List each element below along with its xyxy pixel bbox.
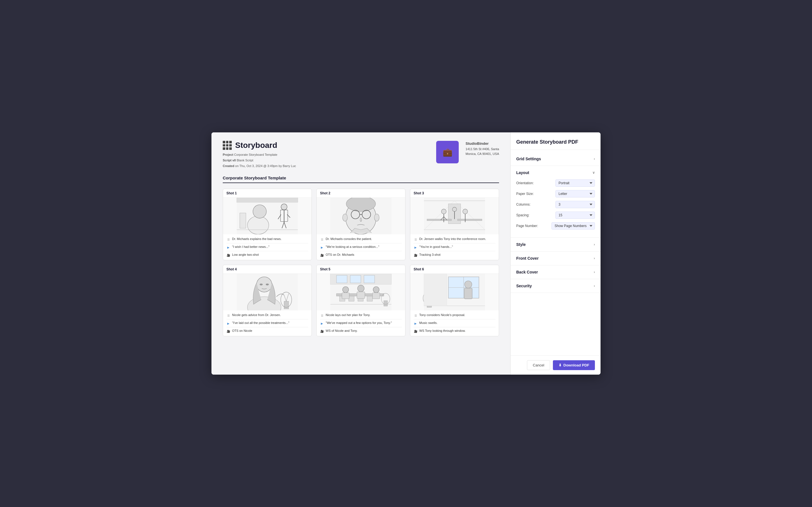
shot-camera-3: 🎥 Tracking 3-shot <box>414 253 495 257</box>
title-block: Storyboard <box>223 141 296 150</box>
shot-desc-4: ☰ Nicole gets advice from Dr. Jensen. <box>226 313 308 320</box>
svg-point-57 <box>343 287 349 293</box>
shot-audio-6: ▶ Music swells. <box>414 321 495 327</box>
svg-point-59 <box>357 285 364 292</box>
shot-image-2 <box>317 198 405 234</box>
columns-select[interactable]: 1 2 3 4 <box>555 201 595 208</box>
shots-grid: Shot 1 <box>223 189 499 336</box>
download-pdf-button[interactable]: ⬇ Download PDF <box>553 360 595 370</box>
layout-body: Orientation: Portrait Landscape Paper Si… <box>511 179 601 237</box>
shot-label-6: Shot 6 <box>410 265 499 274</box>
pagenumber-row: Page Number: Show Page Numbers Hide Page… <box>516 222 595 230</box>
svg-point-19 <box>343 214 347 221</box>
camera-icon-4: 🎥 <box>226 329 231 333</box>
svg-point-35 <box>463 209 467 214</box>
desc-icon-6: ☰ <box>414 314 417 318</box>
shot-desc-1: ☰ Dr. Michaels explains the bad news. <box>226 237 308 243</box>
section-back-cover: Back Cover › <box>511 265 601 279</box>
section-security: Security › <box>511 279 601 293</box>
shot-details-1: ☰ Dr. Michaels explains the bad news. ▶ … <box>223 234 312 260</box>
company-block: 💼 StudioBinder 1411 5th St #406, Santa M… <box>436 141 499 163</box>
shot-card-5: Shot 5 <box>316 265 405 336</box>
section-grid-settings: Grid Settings › <box>511 152 601 166</box>
section-layout: Layout ∨ Orientation: Portrait Landscape… <box>511 166 601 238</box>
spacing-label: Spacing: <box>516 213 529 217</box>
shot-details-2: ☰ Dr. Michaels consoles the patient. ▶ "… <box>317 234 405 260</box>
company-logo: 💼 <box>436 141 459 163</box>
desc-icon-4: ☰ <box>226 314 231 318</box>
svg-rect-42 <box>284 301 289 309</box>
svg-point-29 <box>441 209 446 214</box>
cancel-button[interactable]: Cancel <box>527 360 550 370</box>
grid-settings-header[interactable]: Grid Settings › <box>511 152 601 166</box>
audio-icon-6: ▶ <box>414 321 417 325</box>
spacing-select[interactable]: 10 15 20 25 <box>555 212 595 219</box>
shot-details-6: ☰ Tony considers Nicole's proposal. ▶ Mu… <box>410 311 499 336</box>
briefcase-icon: 💼 <box>443 148 453 157</box>
shot-label-4: Shot 4 <box>223 265 312 274</box>
desc-icon-1: ☰ <box>226 237 231 241</box>
svg-rect-58 <box>342 293 349 299</box>
shot-label-5: Shot 5 <box>317 265 405 274</box>
shot-card-2: Shot 2 <box>316 189 405 260</box>
svg-rect-50 <box>350 276 361 283</box>
papersize-row: Paper Size: Letter A4 Legal <box>516 190 595 198</box>
security-chevron: › <box>594 284 595 288</box>
shot-audio-4: ▶ "I've laid out all the possible treatm… <box>226 321 308 327</box>
layout-header[interactable]: Layout ∨ <box>511 166 601 179</box>
back-cover-chevron: › <box>594 270 595 274</box>
shot-camera-2: 🎥 OTS on Dr. Michaels <box>320 253 402 257</box>
svg-point-69 <box>465 281 472 288</box>
spacing-row: Spacing: 10 15 20 25 <box>516 212 595 219</box>
shot-desc-6: ☰ Tony considers Nicole's proposal. <box>414 313 495 320</box>
front-cover-header[interactable]: Front Cover › <box>511 251 601 265</box>
svg-rect-10 <box>237 198 298 202</box>
shot-camera-4: 🎥 OTS on Nicole <box>226 329 308 333</box>
shot-label-3: Shot 3 <box>410 189 499 198</box>
shot-image-4 <box>223 274 312 311</box>
pagenumber-select[interactable]: Show Page Numbers Hide Page Numbers <box>552 222 595 230</box>
svg-rect-28 <box>458 219 482 221</box>
storyboard-title: Storyboard <box>235 141 277 150</box>
svg-point-40 <box>260 284 263 286</box>
shot-desc-2: ☰ Dr. Michaels consoles the patient. <box>320 237 402 243</box>
style-chevron: › <box>594 242 595 246</box>
shot-label-1: Shot 1 <box>223 189 312 198</box>
panel-sections: Grid Settings › Layout ∨ Orientation: Po… <box>511 150 601 355</box>
svg-point-8 <box>248 216 269 234</box>
download-icon: ⬇ <box>559 363 562 367</box>
shot-camera-5: 🎥 WS of Nicole and Tony. <box>320 329 402 333</box>
security-header[interactable]: Security › <box>511 279 601 293</box>
svg-rect-60 <box>357 292 365 298</box>
shot-audio-5: ▶ "We've mapped out a few options for yo… <box>320 321 402 327</box>
grid-settings-chevron: › <box>594 157 595 161</box>
shot-camera-1: 🎥 Low angle two-shot <box>226 253 308 257</box>
style-header[interactable]: Style › <box>511 238 601 251</box>
svg-point-33 <box>452 207 456 212</box>
right-panel: Generate Storyboard PDF Grid Settings › … <box>510 132 601 375</box>
columns-row: Columns: 1 2 3 4 <box>516 201 595 208</box>
svg-point-2 <box>281 204 287 210</box>
orientation-label: Orientation: <box>516 181 534 185</box>
audio-icon-3: ▶ <box>414 245 417 249</box>
template-title: Corporate Storyboard Template <box>223 175 499 180</box>
storyboard-header: Storyboard Project Corporate Storyboard … <box>223 141 499 169</box>
shot-card-4: Shot 4 <box>223 265 312 336</box>
columns-label: Columns: <box>516 203 530 207</box>
svg-rect-70 <box>464 288 472 299</box>
desc-icon-3: ☰ <box>414 237 417 241</box>
svg-point-61 <box>373 287 379 293</box>
orientation-select[interactable]: Portrait Landscape <box>555 179 595 187</box>
camera-icon-3: 🎥 <box>414 253 417 257</box>
back-cover-header[interactable]: Back Cover › <box>511 265 601 279</box>
svg-rect-51 <box>364 276 375 283</box>
shot-image-6 <box>410 274 499 311</box>
svg-rect-62 <box>372 293 380 299</box>
audio-icon-2: ▶ <box>320 245 324 249</box>
layout-chevron: ∨ <box>592 171 595 175</box>
company-info: StudioBinder 1411 5th St #406, Santa Mon… <box>465 141 499 157</box>
papersize-select[interactable]: Letter A4 Legal <box>555 190 595 198</box>
svg-point-15 <box>346 198 375 212</box>
panel-title: Generate Storyboard PDF <box>511 132 601 150</box>
camera-icon-5: 🎥 <box>320 329 324 333</box>
